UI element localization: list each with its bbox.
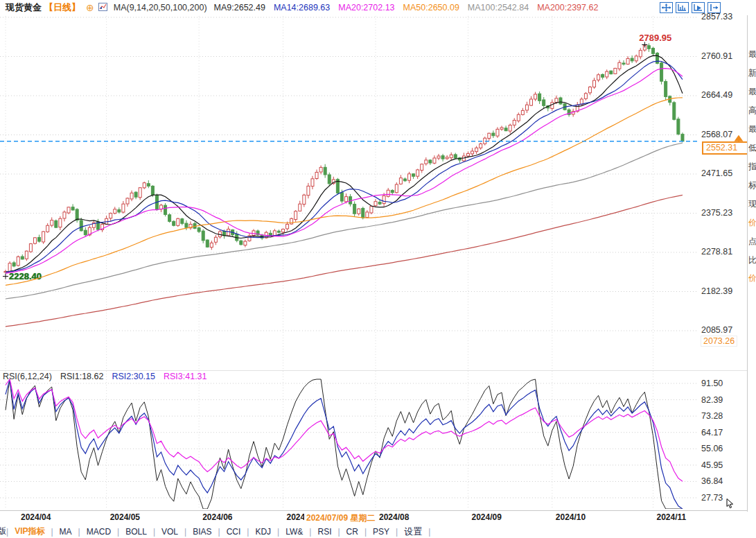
detach-icon[interactable] bbox=[707, 2, 721, 13]
right-strip-char: 标 bbox=[748, 180, 756, 191]
toolbar-item-ma[interactable]: MA bbox=[53, 527, 78, 537]
period-label: 【日线】 bbox=[44, 1, 80, 14]
mouse-cursor bbox=[726, 498, 735, 512]
rsi-panel-header: RSI(6,12,24) RSI1:18.62RSI2:30.15RSI3:41… bbox=[3, 372, 207, 381]
ma-legend: MA9:2652.49MA14:2689.63MA20:2702.13MA50:… bbox=[214, 3, 599, 12]
ma-legend-item: MA50:2650.09 bbox=[403, 3, 459, 12]
ma-legend-item: MA9:2652.49 bbox=[214, 3, 265, 12]
toolbar-item-psy[interactable]: PSY bbox=[367, 527, 396, 537]
toolbar-item-lw[interactable]: LW& bbox=[279, 527, 309, 537]
right-strip-char: 最 bbox=[748, 123, 756, 135]
rsi-legend-item: RSI3:41.31 bbox=[164, 372, 207, 381]
add-period-icon[interactable]: ⊕ bbox=[86, 2, 94, 13]
toolbar-item-rsi[interactable]: RSI bbox=[311, 527, 337, 537]
right-strip-char: 点 bbox=[748, 236, 756, 248]
right-strip-char: 比 bbox=[748, 254, 756, 266]
toolbar-item-boll[interactable]: BOLL bbox=[119, 527, 153, 537]
rsi-legend-item: RSI2:30.15 bbox=[112, 372, 155, 381]
right-strip-char: 高 bbox=[748, 105, 756, 116]
chart-canvas[interactable] bbox=[0, 0, 756, 538]
axis-play-icon[interactable] bbox=[692, 2, 705, 13]
right-strip-char: 低 bbox=[748, 142, 756, 154]
toolbar-item-vip-indicators[interactable]: VIP指标 bbox=[8, 526, 51, 537]
axis-scale-icon[interactable] bbox=[676, 2, 689, 13]
right-strip-char: 最 bbox=[748, 49, 756, 60]
right-strip-char: 最 bbox=[748, 86, 756, 98]
toolbar-separator: | bbox=[428, 527, 430, 537]
current-price-tag: 2552.31 bbox=[702, 141, 753, 155]
toolbar-item-cr[interactable]: CR bbox=[340, 527, 364, 537]
ma-group-label: MA(9,14,20,50,100,200) bbox=[114, 3, 207, 12]
right-strip-char: 新 bbox=[748, 67, 756, 79]
symbol-name: 现货黄金 bbox=[6, 1, 42, 14]
panel-divider bbox=[0, 370, 756, 371]
right-strip-char: 指 bbox=[748, 161, 756, 173]
ma-legend-item: MA100:2542.84 bbox=[468, 3, 529, 12]
indicator-toolbar: 版|VIP指标|MA|MACD|BOLL|VOL|BIAS|CCI|KDJ|LW… bbox=[0, 525, 756, 538]
move-icon[interactable] bbox=[660, 2, 673, 13]
toolbar-item-settings[interactable]: 设置 bbox=[398, 526, 428, 538]
rsi-legend: RSI1:18.62RSI2:30.15RSI3:41.31 bbox=[60, 372, 207, 381]
chart-toolbar bbox=[660, 2, 721, 13]
toolbar-item-bias[interactable]: BIAS bbox=[186, 527, 218, 537]
ma-legend-item: MA20:2702.13 bbox=[338, 3, 394, 12]
xaxis-divider bbox=[0, 510, 756, 511]
right-strip-char: 价 bbox=[748, 217, 756, 229]
right-edge-strip[interactable]: 最新最高最低指标现价点比价 bbox=[747, 15, 756, 512]
toolbar-item-kdj[interactable]: KDJ bbox=[249, 527, 277, 537]
right-strip-char: 现 bbox=[748, 198, 756, 210]
ma-legend-item: MA14:2689.63 bbox=[274, 3, 330, 12]
rsi-group-label: RSI(6,12,24) bbox=[3, 372, 52, 381]
rsi-legend-item: RSI1:18.62 bbox=[60, 372, 104, 381]
toolbar-item-partial[interactable]: 版 bbox=[0, 526, 6, 537]
chart-header: 现货黄金 【日线】 ⊕ MA(9,14,20,50,100,200) MA9:2… bbox=[0, 0, 756, 15]
ma-legend-item: MA200:2397.62 bbox=[537, 3, 598, 12]
toolbar-item-macd[interactable]: MACD bbox=[80, 527, 117, 537]
right-strip-char: 价 bbox=[748, 272, 756, 284]
toolbar-item-cci[interactable]: CCI bbox=[220, 527, 247, 537]
toolbar-item-vol[interactable]: VOL bbox=[155, 527, 184, 537]
ma-chart-icon bbox=[98, 2, 108, 14]
